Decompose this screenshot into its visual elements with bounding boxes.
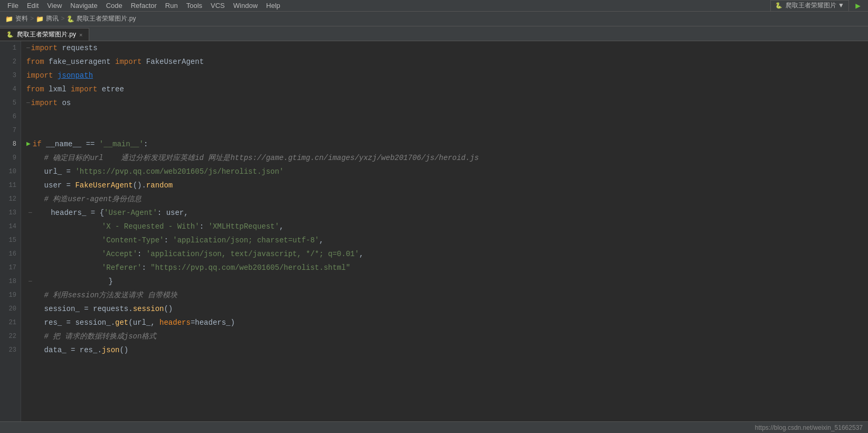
menu-view[interactable]: View xyxy=(44,1,65,11)
code-line-20: session_ = requests.session() xyxy=(26,302,863,316)
folder-icon-2: 📁 xyxy=(36,15,44,23)
code-line-15: 'Content-Type': 'application/json; chars… xyxy=(26,233,863,247)
menu-file[interactable]: File xyxy=(4,1,22,11)
breadcrumb-part-1: 📁 资料 xyxy=(5,14,28,23)
breadcrumb-part-2: 📁 腾讯 xyxy=(36,14,59,23)
breadcrumb-sep-2: > xyxy=(61,15,64,23)
code-line-10: url_ = 'https://pvp.qq.com/web201605/js/… xyxy=(26,165,863,178)
editor: 1 2 3 4 5 6 7 8 9 10 11 12 13 14 15 16 1… xyxy=(0,41,868,433)
status-url: https://blog.csdn.net/weixin_51662537 xyxy=(755,424,863,431)
run-config-dropdown[interactable]: 🐍 爬取王者荣耀图片 ▼ xyxy=(770,0,849,12)
code-line-7 xyxy=(26,124,863,137)
tab-bar: 🐍 爬取王者荣耀图片.py × xyxy=(0,26,868,41)
tab-label: 爬取王者荣耀图片.py xyxy=(17,30,76,39)
code-line-1: ─import requests xyxy=(26,41,863,55)
menu-refactor[interactable]: Refactor xyxy=(128,1,160,11)
code-line-19: # 利用session方法发送请求 自带模块 xyxy=(26,288,863,302)
code-line-5: ─import os xyxy=(26,96,863,110)
code-line-12: # 构造user-agent身份信息 xyxy=(26,192,863,206)
code-line-13: ─ headers_ = {'User-Agent': user, xyxy=(26,206,863,220)
code-line-14: 'X - Requested - With': 'XMLHttpRequest'… xyxy=(26,220,863,233)
menu-window[interactable]: Window xyxy=(230,1,261,11)
code-line-21: res_ = session_.get(url_, headers=header… xyxy=(26,316,863,330)
menu-run[interactable]: Run xyxy=(162,1,181,11)
breadcrumb-bar: 📁 资料 > 📁 腾讯 > 🐍 爬取王者荣耀图片.py xyxy=(0,12,868,26)
tab-close-button[interactable]: × xyxy=(79,32,82,38)
active-tab[interactable]: 🐍 爬取王者荣耀图片.py × xyxy=(0,28,89,41)
python-icon: 🐍 xyxy=(67,15,74,23)
code-line-16: 'Accept': 'application/json, text/javasc… xyxy=(26,247,863,261)
code-area[interactable]: ─import requests from fake_useragent imp… xyxy=(21,41,868,433)
code-line-17: 'Referer': "https://pvp.qq.com/web201605… xyxy=(26,261,863,275)
breadcrumb-part-3: 🐍 爬取王者荣耀图片.py xyxy=(67,14,136,23)
menu-help[interactable]: Help xyxy=(263,1,284,11)
status-bar: https://blog.csdn.net/weixin_51662537 xyxy=(0,421,868,433)
menu-edit[interactable]: Edit xyxy=(24,1,42,11)
breadcrumb-sep-1: > xyxy=(30,15,34,23)
code-line-2: from fake_useragent import FakeUserAgent xyxy=(26,55,863,69)
code-line-8: ▶if __name__ == '__main__': xyxy=(26,137,863,151)
code-line-22: # 把 请求的数据转换成json格式 xyxy=(26,330,863,343)
code-line-23: data_ = res_.json() xyxy=(26,343,863,357)
menu-code[interactable]: Code xyxy=(103,1,126,11)
line-numbers: 1 2 3 4 5 6 7 8 9 10 11 12 13 14 15 16 1… xyxy=(0,41,21,433)
tab-python-icon: 🐍 xyxy=(6,31,14,38)
menu-bar: File Edit View Navigate Code Refactor Ru… xyxy=(0,0,868,12)
code-line-11: user = FakeUserAgent().random xyxy=(26,178,863,192)
run-config-label: 爬取王者荣耀图片 ▼ xyxy=(786,1,844,10)
code-line-3: import jsonpath xyxy=(26,69,863,82)
menu-vcs[interactable]: VCS xyxy=(207,1,228,11)
run-button[interactable]: ▶ xyxy=(852,0,864,12)
code-line-6 xyxy=(26,110,863,124)
code-line-9: # 确定目标的url 通过分析发现对应英雄id 网址是https://game.… xyxy=(26,151,863,165)
menu-tools[interactable]: Tools xyxy=(183,1,205,11)
folder-icon: 📁 xyxy=(5,15,13,23)
code-line-18: ─ } xyxy=(26,275,863,288)
code-line-4: from lxml import etree xyxy=(26,82,863,96)
menu-navigate[interactable]: Navigate xyxy=(67,1,100,11)
